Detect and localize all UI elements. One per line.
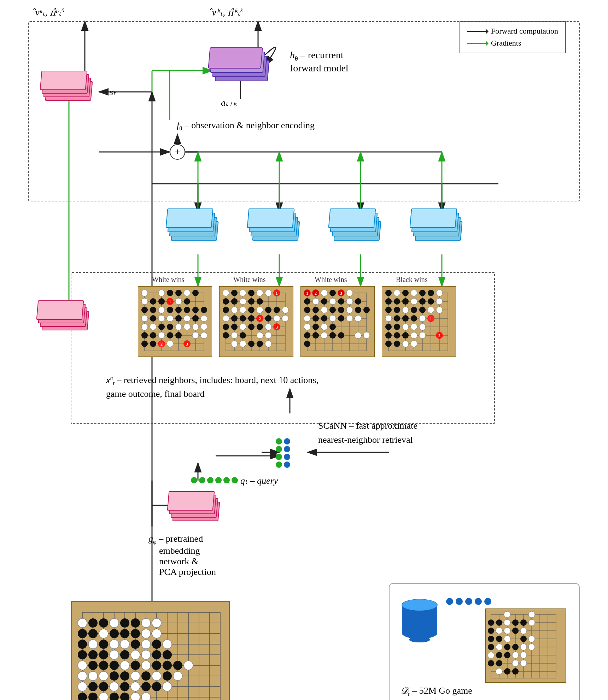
svg-point-460: [512, 652, 519, 658]
svg-point-389: [131, 671, 140, 681]
svg-point-286: [411, 332, 417, 339]
svg-point-351: [88, 682, 98, 691]
svg-point-279: [436, 307, 443, 313]
svg-point-343: [131, 661, 140, 670]
svg-point-341: [99, 661, 108, 670]
svg-point-382: [78, 661, 87, 670]
go-board-4: 1 2: [382, 286, 456, 357]
svg-point-150: [231, 307, 238, 313]
svg-point-391: [173, 671, 182, 681]
svg-point-207: [312, 332, 319, 339]
svg-point-265: [385, 324, 392, 330]
svg-text:1: 1: [306, 291, 308, 296]
svg-point-193: [338, 298, 344, 305]
svg-point-380: [131, 650, 140, 659]
svg-point-83: [184, 290, 190, 296]
svg-point-346: [173, 661, 182, 670]
vhatk-label: ̂vᵏₜ, π̂ᵏₜk: [212, 7, 243, 18]
svg-point-372: [141, 629, 151, 638]
svg-point-67: [150, 315, 156, 322]
svg-point-373: [152, 629, 161, 638]
svg-point-160: [257, 332, 263, 339]
svg-point-328: [120, 629, 129, 638]
svg-point-444: [496, 660, 502, 666]
scann-dot-vector: [276, 438, 290, 468]
svg-point-65: [184, 307, 190, 313]
svg-point-451: [496, 628, 502, 634]
svg-point-379: [110, 650, 119, 659]
svg-point-82: [175, 298, 182, 305]
svg-point-396: [99, 693, 108, 700]
svg-point-147: [257, 290, 263, 296]
svg-point-452: [504, 628, 510, 634]
svg-point-137: [223, 324, 229, 330]
svg-point-443: [488, 660, 494, 666]
svg-point-385: [184, 661, 193, 670]
svg-point-331: [99, 640, 108, 649]
svg-point-449: [504, 619, 510, 626]
svg-point-91: [150, 324, 156, 330]
svg-point-330: [78, 640, 87, 649]
svg-point-96: [158, 332, 165, 339]
svg-text:3: 3: [276, 325, 278, 330]
go-board-3: 1 2 3: [300, 286, 375, 357]
svg-point-100: [167, 341, 173, 347]
plus-circle: +: [170, 144, 185, 160]
svg-point-69: [192, 315, 199, 322]
svg-point-454: [504, 636, 510, 642]
svg-point-285: [419, 324, 426, 330]
svg-point-384: [141, 661, 151, 670]
svg-point-141: [223, 332, 229, 339]
svg-point-430: [496, 619, 502, 626]
svg-point-258: [385, 307, 392, 313]
svg-point-61: [141, 307, 148, 313]
svg-point-450: [528, 619, 535, 626]
svg-point-334: [78, 650, 87, 659]
svg-point-143: [248, 341, 255, 347]
svg-point-358: [110, 693, 119, 700]
svg-point-72: [167, 324, 173, 330]
svg-point-353: [120, 682, 129, 691]
svg-point-392: [78, 682, 87, 691]
svg-point-352: [99, 682, 108, 691]
svg-point-75: [167, 332, 173, 339]
svg-point-264: [411, 315, 417, 322]
dr-go-board: [485, 608, 566, 683]
svg-point-288: [402, 341, 409, 347]
dr-box: 𝒟r – 52M Go game states with keys k: [389, 583, 580, 700]
svg-point-458: [528, 644, 535, 650]
white-wins-1-label: White wins: [152, 276, 185, 284]
svg-point-388: [99, 671, 108, 681]
xt-n-label-2: game outcome, final board: [106, 389, 205, 399]
svg-point-440: [512, 644, 519, 650]
svg-point-213: [312, 298, 319, 305]
pink-stack-lower-left: [35, 300, 92, 343]
g-phi-label: gφ – pretrained embedding network & PCA …: [148, 534, 216, 577]
diagram-container: Forward computation Gradients ̂vⁿₜ, π̂ⁿₜ…: [0, 0, 608, 700]
dr-dot-vector: [446, 598, 491, 605]
svg-point-152: [257, 307, 263, 313]
svg-point-255: [402, 298, 409, 305]
svg-point-447: [504, 611, 510, 618]
svg-point-383: [120, 661, 129, 670]
svg-point-445: [504, 668, 510, 675]
svg-point-70: [201, 307, 207, 313]
svg-point-327: [110, 629, 119, 638]
svg-point-95: [201, 324, 207, 330]
svg-point-280: [385, 315, 392, 322]
svg-point-283: [402, 324, 409, 330]
svg-point-98: [201, 332, 207, 339]
svg-point-90: [141, 324, 148, 330]
svg-point-199: [355, 307, 361, 313]
svg-point-349: [141, 671, 151, 681]
svg-point-329: [131, 629, 140, 638]
svg-point-131: [265, 307, 271, 313]
svg-point-263: [402, 315, 409, 322]
svg-point-218: [304, 315, 310, 322]
svg-point-64: [175, 307, 182, 313]
svg-point-436: [496, 636, 502, 642]
svg-point-201: [312, 315, 319, 322]
go-board-1: 1 2 3: [138, 286, 212, 357]
svg-point-374: [88, 640, 98, 649]
svg-point-347: [110, 671, 119, 681]
